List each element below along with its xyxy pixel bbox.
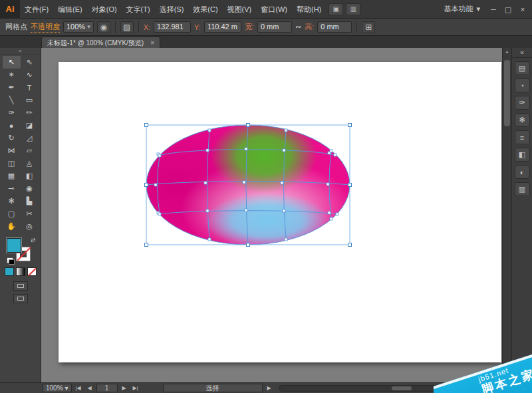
control-bar: 网格点 不透明度 100% ▾ ◉ ▨ X: 132.981 Y: 110.42…: [0, 19, 532, 36]
type-tool[interactable]: T: [21, 81, 39, 94]
paintbrush-tool[interactable]: ✑: [3, 106, 21, 119]
shape-builder-tool[interactable]: ◫: [3, 157, 21, 170]
default-fill-stroke-icon[interactable]: [7, 257, 13, 263]
swap-fill-stroke-icon[interactable]: ⇄: [31, 237, 36, 243]
menu-help[interactable]: 帮助(H): [292, 0, 326, 19]
color-panel-icon[interactable]: ▤: [515, 61, 530, 75]
chevron-down-icon: ▾: [87, 22, 90, 32]
workspace-switcher[interactable]: 基本功能 ▾: [438, 4, 485, 14]
eyedropper-tool[interactable]: ⊸: [3, 182, 21, 195]
pencil-tool[interactable]: ✏: [21, 106, 39, 119]
menu-window[interactable]: 窗口(W): [256, 0, 292, 19]
align-panel-icon[interactable]: ⊞: [362, 21, 375, 33]
bridge-icon[interactable]: ▣: [329, 3, 343, 15]
menu-select[interactable]: 选择(S): [155, 0, 189, 19]
fill-color-swatch[interactable]: [7, 238, 21, 253]
toolbar-collapse-icon[interactable]: »: [0, 48, 41, 55]
gradient-tool[interactable]: ◧: [21, 170, 39, 182]
blob-brush-tool[interactable]: ●: [3, 119, 21, 132]
width-label: 宽:: [245, 22, 254, 32]
vertical-scroll-thumb[interactable]: [504, 60, 510, 126]
last-artboard-icon[interactable]: ▶|: [131, 385, 140, 391]
opacity-select[interactable]: 100% ▾: [63, 21, 94, 33]
document-tab[interactable]: 未标题-1* @ 100% (CMYK/预览) ×: [41, 37, 160, 48]
menu-view[interactable]: 视图(V): [223, 0, 257, 19]
menu-effect[interactable]: 效果(C): [188, 0, 222, 19]
none-button[interactable]: [27, 267, 37, 276]
menu-type[interactable]: 文字(T): [122, 0, 155, 19]
gradient-mesh-ellipse-object[interactable]: [41, 48, 502, 382]
selection-tool[interactable]: ↖: [3, 56, 21, 68]
brushes-panel-icon[interactable]: ✑: [515, 96, 530, 110]
menu-edit[interactable]: 编辑(E): [53, 0, 87, 19]
zoom-level-select[interactable]: 100% ▾: [43, 384, 72, 392]
blend-tool[interactable]: ◉: [21, 182, 39, 195]
color-guide-panel-icon[interactable]: ◔: [515, 78, 530, 92]
fill-stroke-controls: ⇄: [5, 237, 36, 263]
perspective-grid-tool[interactable]: ◬: [21, 157, 39, 170]
chevron-down-icon: ▾: [476, 5, 480, 13]
document-tab-bar: 未标题-1* @ 100% (CMYK/预览) ×: [0, 36, 532, 48]
y-input[interactable]: 110.42 m: [204, 21, 241, 33]
screen-mode-button[interactable]: [13, 294, 28, 303]
workspace-label: 基本功能: [444, 4, 473, 14]
symbols-panel-icon[interactable]: ✻: [515, 113, 530, 127]
pen-tool[interactable]: ✒: [3, 81, 21, 94]
scroll-up-icon[interactable]: ▲: [503, 48, 511, 56]
rectangle-tool[interactable]: ▭: [21, 94, 39, 106]
recolor-artwork-icon[interactable]: ◉: [97, 21, 110, 33]
hand-tool[interactable]: ✋: [3, 220, 21, 233]
watermark: jb51.net 脚本之家: [434, 352, 532, 393]
magic-wand-tool[interactable]: ✶: [3, 68, 21, 81]
first-artboard-icon[interactable]: |◀: [74, 385, 83, 391]
link-dimensions-icon[interactable]: ∾: [295, 23, 301, 31]
illustrator-window: Ai 文件(F) 编辑(E) 对象(O) 文字(T) 选择(S) 效果(C) 视…: [0, 0, 532, 393]
horizontal-scroll-thumb[interactable]: [392, 386, 412, 390]
color-button[interactable]: [5, 267, 14, 276]
opacity-link[interactable]: 不透明度: [31, 22, 60, 33]
vertical-scrollbar[interactable]: ▲ ▼: [502, 48, 511, 382]
eraser-tool[interactable]: ◪: [21, 119, 39, 132]
x-label: X:: [144, 23, 150, 31]
arrange-documents-icon[interactable]: ▥: [346, 3, 360, 15]
close-button[interactable]: ×: [516, 0, 529, 19]
tab-close-icon[interactable]: ×: [150, 38, 154, 48]
restore-button[interactable]: ▢: [501, 0, 515, 19]
slice-tool[interactable]: ✂: [21, 207, 39, 220]
lasso-tool[interactable]: ∿: [21, 68, 39, 81]
rotate-tool[interactable]: ↻: [3, 132, 21, 144]
column-graph-tool[interactable]: ▙: [21, 195, 39, 207]
mode-buttons: [0, 281, 41, 303]
menu-object[interactable]: 对象(O): [87, 0, 122, 19]
zoom-tool[interactable]: ◎: [21, 220, 39, 233]
layers-panel-icon[interactable]: ▥: [515, 182, 530, 196]
menu-file[interactable]: 文件(F): [20, 0, 53, 19]
expand-panels-icon[interactable]: «: [512, 48, 532, 58]
free-transform-tool[interactable]: ▱: [21, 144, 39, 157]
symbol-sprayer-tool[interactable]: ✻: [3, 195, 21, 207]
previous-artboard-icon[interactable]: ◀: [85, 385, 94, 391]
watermark-band: jb51.net 脚本之家: [434, 352, 532, 393]
status-menu-icon[interactable]: ▶: [265, 385, 274, 391]
x-input[interactable]: 132.981: [154, 21, 191, 33]
artboard-tool[interactable]: ▢: [3, 207, 21, 220]
mesh-tool[interactable]: ▦: [3, 170, 21, 182]
canvas-area[interactable]: [41, 48, 502, 382]
direct-selection-tool[interactable]: ⇖: [21, 56, 39, 68]
draw-mode-button[interactable]: [13, 281, 28, 291]
artboard-number-input[interactable]: 1: [96, 384, 118, 392]
gradient-panel-icon[interactable]: ◧: [515, 148, 530, 162]
zoom-value: 100%: [46, 384, 63, 392]
width-input[interactable]: 0 mm: [257, 21, 292, 33]
minimize-button[interactable]: ─: [487, 0, 500, 19]
line-segment-tool[interactable]: ╲: [3, 94, 21, 106]
width-tool[interactable]: ⋈: [3, 144, 21, 157]
height-input[interactable]: 0 mm: [317, 21, 352, 33]
transparency-panel-icon[interactable]: ◐: [515, 165, 530, 179]
scale-tool[interactable]: ◿: [21, 132, 39, 144]
isolate-object-icon[interactable]: ▨: [120, 21, 134, 33]
stroke-panel-icon[interactable]: ≡: [515, 130, 530, 144]
gradient-button[interactable]: [16, 267, 25, 276]
next-artboard-icon[interactable]: ▶: [120, 385, 129, 391]
tools-panel: » ↖ ⇖ ✶ ∿ ✒ T ╲ ▭ ✑ ✏ ● ◪ ↻ ◿ ⋈ ▱ ◫ ◬ ▦ …: [0, 48, 41, 382]
